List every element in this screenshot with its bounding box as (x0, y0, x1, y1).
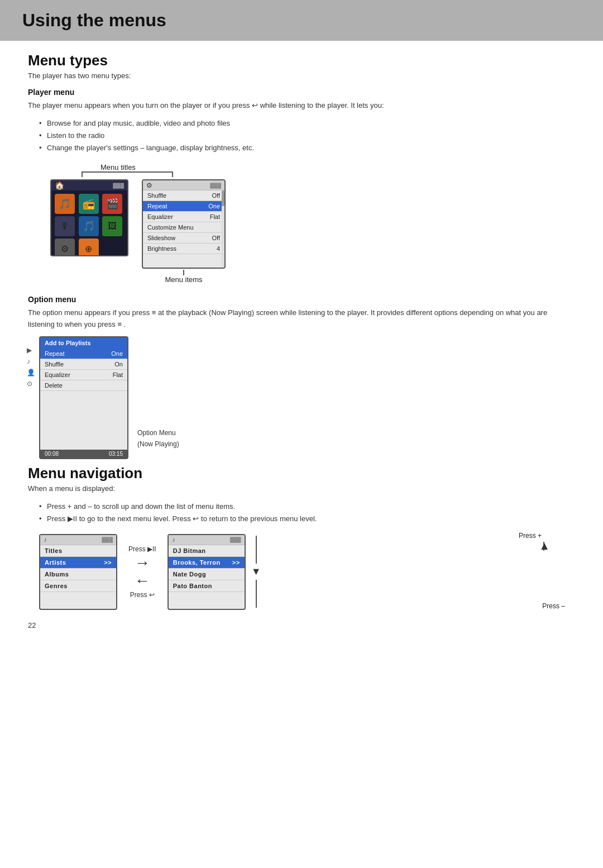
nav-row-brooks: Brooks, Terron>> (169, 557, 245, 569)
updown-arrows: ▼ (251, 536, 261, 608)
menu-items-annotation: Menu items (142, 270, 226, 284)
settings-menu-container: ⚙ ▓▓▓ ShuffleOff RepeatOne EqualizerFlat… (142, 179, 226, 284)
menu-items-label: Menu items (165, 275, 202, 284)
left-arrow: ← (135, 573, 150, 589)
icon-cell-music: 🎵 (55, 194, 75, 214)
icon-cell-radio: 📻 (79, 194, 99, 214)
option-menu-label: Option menu (28, 295, 575, 304)
up-arrow: ▲ (539, 540, 550, 552)
icon-cell-settings: ⚙ (55, 239, 75, 256)
option-screen-wrapper: ▶ ♪ 👤 ⊙ Add to Playlists RepeatOne Shuff… (39, 336, 128, 459)
page-header: Using the menus (0, 0, 603, 41)
press-back-label: Press ↩ (130, 591, 155, 599)
nav-right-top: ♪ ▓▓▓ (169, 535, 245, 545)
menu-types-title: Menu types (28, 52, 575, 69)
option-caption: Option Menu (Now Playing) (137, 426, 179, 448)
option-row-delete: Delete (40, 380, 127, 391)
settings-scrollbar-thumb (222, 190, 224, 206)
player-menu-bullets: Browse for and play music, audible, vide… (39, 117, 575, 154)
bullet-3: Change the player's settings – language,… (39, 142, 575, 154)
settings-row-equalizer: EqualizerFlat (143, 212, 224, 222)
nav-row-genres: Genres (40, 580, 116, 592)
press-plus-label: Press + (519, 532, 542, 540)
settings-scrollbar (222, 190, 224, 268)
option-menu-diagram: ▶ ♪ 👤 ⊙ Add to Playlists RepeatOne Shuff… (39, 336, 575, 459)
page-title: Using the menus (22, 10, 581, 31)
scroll-line (256, 536, 257, 564)
settings-row-repeat: RepeatOne (143, 201, 224, 212)
menu-types-subtitle: The player has two menu types: (28, 71, 575, 80)
option-row-repeat: RepeatOne (40, 349, 127, 359)
nav-row-pato: Pato Banton (169, 580, 245, 592)
icon-cell-photo: 🖼 (102, 216, 122, 236)
screen-top-bar-left: 🏠 ▓▓▓ (51, 180, 127, 190)
player-menu-label: Player menu (28, 88, 575, 97)
side-icons: ▶ ♪ 👤 ⊙ (27, 346, 35, 388)
nav-left-screen: ♪ ▓▓▓ Titles Artists>> Albums Genres (39, 534, 117, 610)
settings-top-bar: ⚙ ▓▓▓ (143, 180, 224, 190)
nav-right-screen: ♪ ▓▓▓ DJ Bitman Brooks, Terron>> Nate Do… (168, 534, 246, 610)
nav-row-nate: Nate Dogg (169, 569, 245, 580)
option-screen: Add to Playlists RepeatOne ShuffleOn Equ… (39, 336, 128, 459)
icon-cell-extras: ⊕ (79, 239, 99, 256)
bullet-1: Browse for and play music, audible, vide… (39, 117, 575, 130)
nav-bullet-2: Press ▶II to go to the next menu level. … (39, 513, 575, 525)
icon-cell-podcast: 🎙 (55, 216, 75, 236)
option-top-bar: Add to Playlists (40, 337, 127, 349)
down-arrow: ▼ (251, 566, 261, 578)
nav-row-dj: DJ Bitman (169, 545, 245, 557)
nav-bullet-1: Press + and – to scroll up and down the … (39, 500, 575, 513)
menu-titles-label: Menu titles (100, 163, 136, 171)
nav-left-top: ♪ ▓▓▓ (40, 535, 116, 545)
icon-cell-note: 🎵 (79, 216, 99, 236)
option-row-equalizer: EqualizerFlat (40, 370, 127, 380)
icon-cell-video: 🎬 (102, 194, 122, 214)
nav-row-artists: Artists>> (40, 557, 116, 569)
bullet-2: Listen to the radio (39, 130, 575, 142)
press-play-label: Press ▶II (128, 545, 156, 553)
press-minus-label: Press – (542, 602, 565, 610)
player-menu-diagram: Menu titles 🏠 ▓▓▓ 🎵 📻 (50, 163, 575, 284)
nav-diagram: Press + ▲ ♪ ▓▓▓ Titles Artists>> Albums … (39, 534, 575, 610)
menu-nav-subtitle: When a menu is displayed: (28, 484, 575, 493)
menu-nav-bullets: Press + and – to scroll up and down the … (39, 500, 575, 525)
page-number: 22 (28, 621, 575, 629)
settings-row-slideshow: SlideshowOff (143, 233, 224, 244)
settings-row-brightness: Brightness4 (143, 244, 224, 254)
player-home-screen: 🏠 ▓▓▓ 🎵 📻 🎬 🎙 🎵 🖼 ⚙ ⊕ Music (50, 179, 128, 256)
nav-row-albums: Albums (40, 569, 116, 580)
option-menu-body: The option menu appears if you press ≡ a… (28, 307, 575, 331)
option-bottom-bar: 00:08 03:15 (40, 450, 127, 458)
menu-nav-title: Menu navigation (28, 465, 575, 482)
player-menu-body: The player menu appears when you turn on… (28, 100, 575, 112)
nav-row-titles: Titles (40, 545, 116, 557)
settings-row-shuffle: ShuffleOff (143, 190, 224, 201)
nav-arrow-area: Press ▶II → ← Press ↩ (128, 545, 156, 599)
settings-row-customize: Customize Menu (143, 222, 224, 233)
scroll-line-2 (256, 580, 257, 608)
settings-screen: ⚙ ▓▓▓ ShuffleOff RepeatOne EqualizerFlat… (142, 179, 226, 269)
right-arrow: → (135, 555, 150, 571)
option-row-shuffle: ShuffleOn (40, 359, 127, 370)
